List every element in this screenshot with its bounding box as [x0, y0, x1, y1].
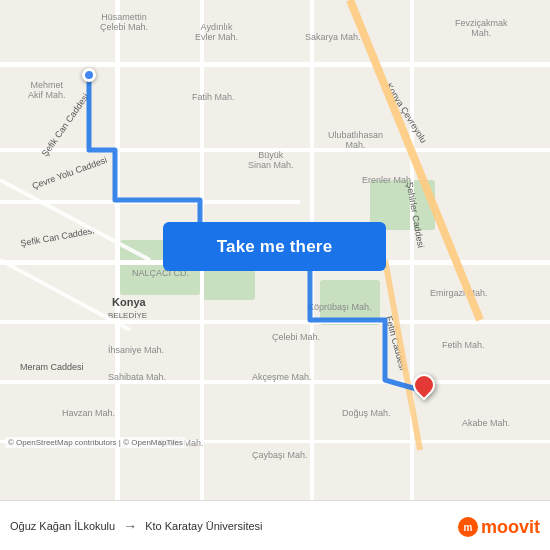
destination-station: Kto Karatay Üniversitesi: [145, 520, 262, 532]
origin-dot: [82, 68, 96, 82]
origin-station: Oğuz Kağan İLkokulu: [10, 520, 115, 532]
take-me-there-button[interactable]: Take me there: [163, 222, 386, 271]
arrow-icon: →: [123, 518, 137, 534]
moovit-logo: m moovit: [457, 516, 540, 538]
destination-pin: [413, 374, 435, 396]
moovit-logo-icon: m: [457, 516, 479, 538]
moovit-logo-text: moovit: [481, 517, 540, 538]
bottom-bar: Oğuz Kağan İLkokulu → Kto Karatay Üniver…: [0, 500, 550, 550]
map-container: HüsamettinÇelebi Mah. AydınlıkEvler Mah.…: [0, 0, 550, 500]
map-attribution: © OpenStreetMap contributors | © OpenMap…: [5, 437, 186, 448]
destination-pin-circle: [408, 369, 439, 400]
svg-text:m: m: [464, 522, 473, 533]
